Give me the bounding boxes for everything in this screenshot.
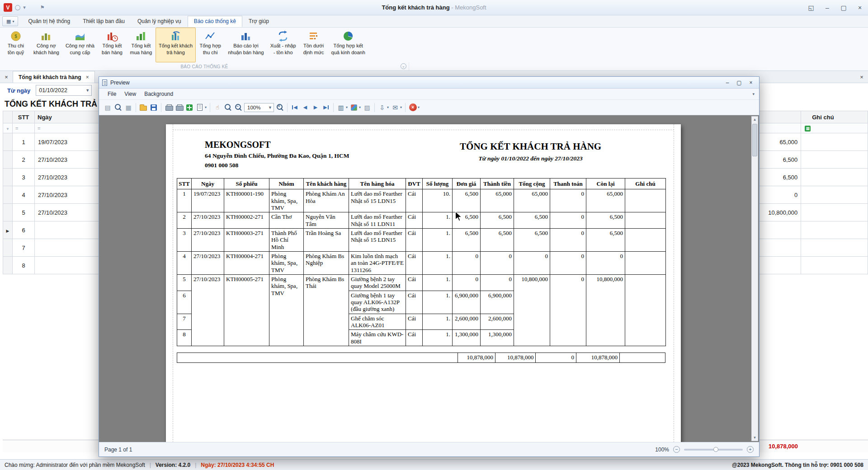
zoom-in-button[interactable]: + bbox=[747, 446, 754, 453]
quick-access-button[interactable]: ◯ bbox=[15, 5, 20, 10]
ribbon-tab-bar: ▦ ▾ Quản trị hệ thống Thiết lập ban đầu … bbox=[0, 15, 868, 28]
panel-close-icon[interactable]: × bbox=[0, 71, 13, 83]
ribbon-button-xuat-nhap-ton-kho[interactable]: Xuất - nhập - tồn kho bbox=[267, 28, 299, 62]
fullscreen-button[interactable]: ◱ bbox=[803, 1, 819, 14]
ribbon-button-ton-duoi-dinh-muc[interactable]: Tồn dưới định mức bbox=[299, 28, 328, 62]
cycle-arrows-icon bbox=[277, 30, 289, 42]
column-header-stt[interactable]: STT bbox=[13, 111, 35, 123]
scroll-up-icon[interactable]: ▲ bbox=[752, 118, 758, 122]
zoom-level-combo[interactable]: 100% ▼ bbox=[244, 103, 274, 112]
quick-print-icon[interactable] bbox=[175, 103, 184, 113]
save-icon[interactable] bbox=[149, 103, 158, 113]
close-caret-icon[interactable]: ▾ bbox=[418, 105, 420, 109]
preview-maximize-button[interactable]: ▢ bbox=[734, 79, 744, 87]
window-title: Tổng kết khách trả hàng - MekongSoft bbox=[0, 4, 868, 11]
zoom-slider[interactable] bbox=[684, 449, 743, 451]
thumbnails-icon[interactable]: ▦ bbox=[124, 103, 133, 113]
close-preview-icon[interactable]: × bbox=[408, 103, 417, 113]
pin-toolbar-icon[interactable]: ⚑ bbox=[40, 5, 45, 10]
watermark-icon[interactable]: ▨ bbox=[363, 103, 372, 113]
page-counter: Page 1 of 1 bbox=[104, 446, 132, 453]
multiple-pages-icon[interactable]: ▥ bbox=[336, 103, 345, 113]
page-setup-icon[interactable] bbox=[195, 103, 204, 113]
hand-tool-icon[interactable]: ☝ bbox=[213, 103, 222, 113]
multiple-pages-caret-icon[interactable]: ▾ bbox=[346, 105, 348, 109]
zoom-out-button[interactable]: − bbox=[673, 446, 680, 453]
filter-cell-ghi-chu[interactable]: ▦ bbox=[801, 123, 868, 133]
preview-minimize-button[interactable]: – bbox=[722, 79, 732, 87]
tabbar-close-icon[interactable]: × bbox=[855, 71, 868, 83]
preview-vertical-scrollbar[interactable]: ▲ ▼ bbox=[751, 116, 758, 441]
ribbon-button-thu-chi-ton-quy[interactable]: $ Thu chi tồn quỹ bbox=[1, 28, 30, 62]
pie-chart-icon bbox=[342, 30, 354, 42]
ribbon-group-collapse-icon[interactable]: ⌄ bbox=[401, 63, 406, 69]
page-color-caret-icon[interactable]: ▾ bbox=[359, 105, 361, 109]
ribbon-button-cong-no-khach-hang[interactable]: Công nợ khách hàng bbox=[30, 28, 62, 62]
app-logo-icon[interactable]: V bbox=[4, 3, 12, 12]
menu-file[interactable]: File bbox=[104, 89, 120, 99]
document-map-icon[interactable]: ▤ bbox=[103, 103, 112, 113]
last-page-icon[interactable]: ▶ bbox=[321, 103, 330, 113]
ribbon-tab-quan-ly-nghiep-vu[interactable]: Quản lý nghiệp vụ bbox=[131, 16, 188, 27]
search-icon[interactable] bbox=[113, 103, 123, 113]
ribbon-button-tong-hop-thu-chi[interactable]: Tổng hợp thu chi bbox=[196, 28, 225, 62]
menu-background[interactable]: Background bbox=[140, 89, 177, 99]
filter-row-icon[interactable]: ▼ bbox=[6, 127, 9, 131]
zoom-in-icon[interactable]: + bbox=[275, 103, 284, 113]
preview-titlebar[interactable]: Preview – ▢ × bbox=[99, 77, 759, 89]
print-icon[interactable] bbox=[164, 103, 173, 113]
page-setup-caret-icon[interactable]: ▾ bbox=[205, 105, 207, 109]
menu-view[interactable]: View bbox=[120, 89, 140, 99]
preview-window: Preview – ▢ × File View Background ▾ ▤ ▦ bbox=[99, 76, 760, 457]
close-button[interactable]: × bbox=[852, 1, 868, 14]
previous-page-icon[interactable]: ◀ bbox=[301, 103, 310, 113]
menu-overflow-caret-icon[interactable]: ▾ bbox=[752, 92, 759, 96]
maximize-button[interactable]: ▢ bbox=[835, 1, 852, 14]
company-address: 64 Nguyễn Đình Chiểu, Phường Đa Kao, Quậ… bbox=[205, 152, 393, 160]
column-header-ghi-chu[interactable]: Ghi chú bbox=[801, 111, 868, 123]
cash-coin-icon: $ bbox=[10, 30, 22, 42]
document-tab-active[interactable]: Tổng kết khách trả hàng × bbox=[13, 71, 95, 83]
cell-stt: 6 bbox=[13, 221, 35, 239]
zoom-slider-thumb[interactable] bbox=[713, 447, 718, 452]
stock-list-icon bbox=[308, 30, 320, 42]
minimize-button[interactable]: – bbox=[819, 1, 835, 14]
excel-filter-icon[interactable]: ▦ bbox=[805, 126, 811, 132]
scroll-down-icon[interactable]: ▼ bbox=[752, 436, 758, 440]
ribbon-button-bao-cao-loi-nhuan[interactable]: Báo cáo lợi nhuận bán hàng bbox=[225, 28, 267, 62]
ribbon-button-tong-ket-mua-hang[interactable]: Tổng kết mua hàng bbox=[127, 28, 156, 62]
ribbon: $ Thu chi tồn quỹ Công nợ khách hàng Côn… bbox=[0, 28, 868, 71]
cell-stt: 1 bbox=[13, 133, 35, 151]
from-date-input[interactable]: 01/10/2022 ▼ bbox=[36, 85, 92, 96]
quick-access-toolbar: V ◯ ▾ ⚑ bbox=[0, 3, 45, 12]
export-document-icon[interactable]: ⇩ bbox=[377, 103, 387, 113]
next-page-icon[interactable]: ▶ bbox=[311, 103, 320, 113]
zoom-out-icon[interactable]: − bbox=[234, 103, 243, 113]
quick-access-caret-icon[interactable]: ▾ bbox=[23, 5, 26, 10]
ribbon-tab-thiet-lap-ban-dau[interactable]: Thiết lập ban đầu bbox=[76, 16, 131, 27]
filter-cell-stt[interactable]: = bbox=[13, 123, 35, 133]
tab-close-icon[interactable]: × bbox=[86, 74, 89, 80]
preview-close-button[interactable]: × bbox=[746, 79, 756, 87]
ribbon-button-tong-ket-khach-tra-hang[interactable]: Tổng kết khách trả hàng bbox=[156, 28, 196, 62]
open-file-icon[interactable] bbox=[139, 103, 148, 113]
ribbon-tab-bao-cao-thong-ke[interactable]: Báo cáo thống kê bbox=[188, 16, 242, 27]
page-color-icon[interactable] bbox=[349, 103, 359, 113]
ribbon-button-tong-ket-ban-hang[interactable]: Tổng kết bán hàng bbox=[98, 28, 127, 62]
export-caret-icon[interactable]: ▾ bbox=[387, 105, 389, 109]
send-email-icon[interactable]: ✉ bbox=[391, 103, 400, 113]
ribbon-tab-quan-tri-he-thong[interactable]: Quản trị hệ thống bbox=[22, 16, 76, 27]
ribbon-tab-tro-giup[interactable]: Trợ giúp bbox=[242, 16, 275, 27]
current-datetime-label: Ngày: 27/10/2023 4:34:55 CH bbox=[201, 462, 274, 468]
export-options-icon[interactable] bbox=[185, 103, 194, 113]
chevron-down-icon[interactable]: ▼ bbox=[267, 105, 274, 110]
ribbon-button-tong-hop-ket-qua-kinh-doanh[interactable]: Tổng hợp kết quả kinh doanh bbox=[328, 28, 368, 62]
send-caret-icon[interactable]: ▾ bbox=[400, 105, 402, 109]
scrollbar-thumb[interactable] bbox=[752, 124, 757, 156]
chevron-down-icon[interactable]: ▼ bbox=[84, 88, 91, 93]
ribbon-button-cong-no-nha-cung-cap[interactable]: Công nợ nhà cung cấp bbox=[62, 28, 98, 62]
app-menu-button[interactable]: ▦ ▾ bbox=[2, 16, 18, 26]
first-page-icon[interactable]: ◀ bbox=[290, 103, 299, 113]
preview-menubar: File View Background ▾ bbox=[99, 89, 759, 100]
magnifier-icon[interactable] bbox=[223, 103, 232, 113]
